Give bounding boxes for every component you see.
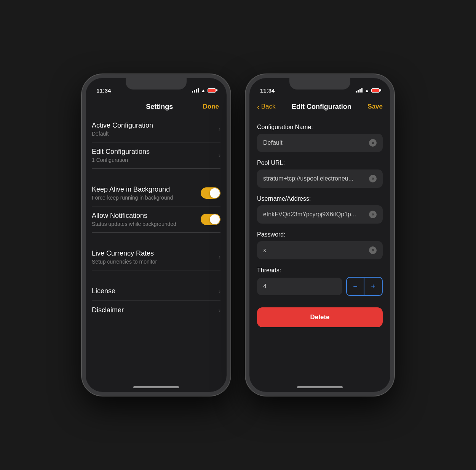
live-currency-subtitle: Setup currencies to monitor: [92, 259, 219, 265]
notch-right: [289, 78, 350, 90]
wifi-icon-right: ▲: [364, 88, 369, 93]
allow-notifications-title: Allow Notifications: [92, 212, 201, 220]
threads-plus-button[interactable]: +: [364, 278, 382, 295]
active-configuration-item[interactable]: Active Configuration Default ›: [92, 116, 220, 142]
back-label: Back: [261, 103, 276, 110]
threads-value: 4: [263, 283, 336, 290]
edit-config-subtitle: 1 Configuration: [92, 157, 219, 163]
battery-icon: [208, 88, 216, 93]
edit-config-form: Configuration Name: Default Pool URL: st…: [249, 124, 390, 327]
settings-navbar: Settings Done: [86, 97, 227, 116]
pool-url-value: stratum+tcp://uspool.electroneu...: [263, 175, 366, 182]
chevron-left-icon: ‹: [257, 103, 260, 110]
save-button[interactable]: Save: [367, 103, 383, 110]
home-indicator-right: [297, 386, 343, 388]
password-label: Password:: [257, 231, 383, 238]
notch: [126, 78, 187, 90]
settings-screen: Active Configuration Default › Edit Conf…: [86, 116, 227, 320]
settings-title: Settings: [146, 103, 173, 111]
threads-label: Threads:: [257, 267, 383, 274]
active-config-subtitle: Default: [92, 131, 219, 137]
keep-alive-subtitle: Force-keep running in background: [92, 195, 201, 201]
active-config-title: Active Configuration: [92, 121, 219, 129]
live-currency-item[interactable]: Live Currency Rates Setup currencies to …: [92, 244, 220, 270]
back-button[interactable]: ‹ Back: [257, 103, 275, 110]
config-name-value: Default: [263, 139, 366, 146]
pool-url-input[interactable]: stratum+tcp://uspool.electroneu...: [257, 169, 383, 188]
signal-icon: [192, 88, 199, 93]
disclaimer-item[interactable]: Disclaimer ›: [92, 301, 220, 320]
edit-config-screen: Configuration Name: Default Pool URL: st…: [249, 116, 390, 335]
license-item[interactable]: License ›: [92, 282, 220, 301]
edit-configurations-item[interactable]: Edit Configurations 1 Configuration ›: [92, 142, 220, 169]
config-name-clear[interactable]: [369, 139, 377, 147]
config-name-label: Configuration Name:: [257, 124, 383, 131]
allow-notifications-item[interactable]: Allow Notifications Status updates while…: [92, 206, 220, 233]
status-icons-left: ▲: [192, 88, 216, 93]
disclaimer-title: Disclaimer: [92, 306, 219, 314]
pool-url-label: Pool URL:: [257, 160, 383, 166]
keep-alive-title: Keep Alive in Background: [92, 185, 201, 193]
password-input[interactable]: x: [257, 241, 383, 259]
signal-icon-right: [356, 88, 363, 93]
threads-minus-button[interactable]: −: [347, 278, 364, 295]
allow-notifications-subtitle: Status updates while backgrounded: [92, 221, 201, 227]
username-input[interactable]: etnkFVQd23mYpcyrpj9X6ifQp1p...: [257, 205, 383, 224]
time-right: 11:34: [260, 87, 275, 94]
delete-button[interactable]: Delete: [257, 307, 383, 327]
threads-input[interactable]: 4: [257, 278, 342, 295]
password-clear[interactable]: [369, 246, 377, 254]
threads-row: 4 − +: [257, 277, 383, 296]
home-indicator: [133, 386, 179, 388]
live-currency-title: Live Currency Rates: [92, 249, 219, 257]
keep-alive-item[interactable]: Keep Alive in Background Force-keep runn…: [92, 180, 220, 206]
chevron-right-icon: ›: [219, 254, 220, 261]
edit-config-navbar: ‹ Back Edit Configuration Save: [249, 97, 390, 116]
allow-notifications-toggle[interactable]: [201, 214, 220, 225]
username-value: etnkFVQd23mYpcyrpj9X6ifQp1p...: [263, 211, 366, 218]
status-icons-right: ▲: [356, 88, 380, 93]
chevron-right-icon: ›: [219, 307, 220, 314]
right-phone: 11:34 ▲ ‹ Back Edit Configuration Save C…: [246, 74, 394, 396]
chevron-right-icon: ›: [219, 126, 220, 133]
username-clear[interactable]: [369, 211, 377, 218]
username-label: Username/Address:: [257, 195, 383, 202]
edit-config-title: Edit Configuration: [292, 103, 351, 111]
keep-alive-toggle[interactable]: [201, 187, 220, 199]
license-title: License: [92, 287, 219, 295]
battery-icon-right: [371, 88, 380, 93]
done-button[interactable]: Done: [203, 103, 219, 110]
left-phone: 11:34 ▲ Settings Done Active Configurati…: [82, 74, 230, 396]
time-left: 11:34: [96, 87, 111, 94]
edit-config-title: Edit Configurations: [92, 148, 219, 156]
wifi-icon: ▲: [201, 88, 206, 93]
pool-url-clear[interactable]: [369, 175, 377, 182]
chevron-right-icon: ›: [219, 152, 220, 159]
threads-buttons: − +: [346, 277, 383, 296]
config-name-input[interactable]: Default: [257, 134, 383, 152]
settings-list: Active Configuration Default › Edit Conf…: [86, 116, 227, 320]
chevron-right-icon: ›: [219, 288, 220, 295]
password-value: x: [263, 247, 366, 254]
